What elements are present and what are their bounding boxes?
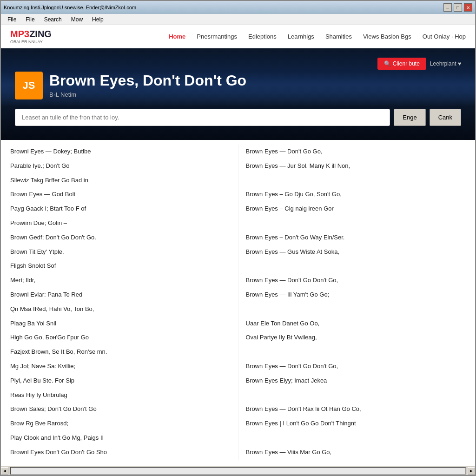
list-item[interactable]: Sllewiz Takg Brffer Go Bad in	[10, 173, 231, 188]
list-item[interactable]: Mert; Ildr,	[10, 273, 231, 288]
list-item[interactable]: Plyl, Ael Bu Ste. For Sip	[10, 374, 231, 388]
list-item	[246, 173, 466, 188]
song-artist: B₄L Netim	[49, 91, 246, 98]
list-item	[246, 259, 466, 273]
search-icon: 🔍	[384, 60, 391, 67]
list-item[interactable]: Browni Eyes — Dokey; Butlbe	[10, 145, 231, 159]
title-bar: Knoumzing Insti.JplogonU snewise. Ender@…	[1, 1, 475, 14]
menu-help[interactable]: Help	[87, 15, 108, 24]
list-item[interactable]: High Go Go, Бон'Go Гpur Go	[10, 331, 231, 345]
nav-out[interactable]: Out Oniay · Hop	[423, 33, 466, 40]
leehrplant-label: Leehrplant ♥	[430, 60, 461, 67]
list-item[interactable]: Brown Eyes — Gus Wiste At Soka,	[246, 245, 466, 259]
list-item[interactable]: Prowiim Due; Golin –	[10, 216, 231, 231]
window-controls: – □ ✕	[443, 3, 472, 12]
list-item	[246, 302, 466, 317]
list-item[interactable]: Plaag Ba Yoi Snil	[10, 317, 231, 331]
maximize-button[interactable]: □	[454, 3, 462, 12]
menu-file1[interactable]: File	[3, 15, 21, 24]
list-item[interactable]: Parable Iye.; Don't Go	[10, 159, 231, 173]
list-item[interactable]: Brown Gedf; Don't Go Don't Go.	[10, 231, 231, 245]
list-item[interactable]: Brown Sales; Don't Go Don't Go	[10, 402, 231, 416]
list-item[interactable]: Brown Eyes | I Lon't Go Go Don't Thingnt	[246, 416, 466, 431]
list-item[interactable]: Brown Tit Ety' Ytple.	[10, 245, 231, 259]
list-item[interactable]: Brown Eyes — Don't Go Go,	[246, 145, 466, 159]
horizontal-scrollbar: ◄ ►	[1, 466, 475, 475]
list-item[interactable]: Reas Hiy Iy Unbrulag	[10, 388, 231, 403]
content-area: MP3ZING OBALER NNUAY Home Pnesrmantings …	[1, 25, 475, 475]
logo-zing: ZING	[29, 29, 52, 39]
logo-sub: OBALER NNUAY	[10, 40, 52, 44]
site-logo: MP3ZING OBALER NNUAY	[10, 29, 52, 44]
list-item	[246, 216, 466, 231]
menu-bar: File File Search Mow Help	[1, 14, 475, 25]
list-item[interactable]: Brown Eyes – Don't Go Way Ein/Ser.	[246, 231, 466, 245]
results-right-column: Brown Eyes — Don't Go Go,Brown Eyes — Ju…	[238, 145, 466, 460]
scroll-right-arrow[interactable]: ►	[468, 467, 475, 475]
search-input[interactable]	[15, 109, 390, 126]
list-item[interactable]: Brown Eyes — Ill Yam't Go Go;	[246, 288, 466, 302]
list-item[interactable]: Fazjext Brown, Se It Bo, Ron'se mn.	[10, 345, 231, 359]
list-item	[246, 345, 466, 359]
list-item	[246, 388, 466, 403]
list-item[interactable]: Brown Eyes — Don't Go Don't Go,	[246, 273, 466, 288]
main-window: Knoumzing Insti.JplogonU snewise. Ender@…	[0, 0, 476, 476]
nav-edieptions[interactable]: Edieptions	[248, 33, 277, 40]
nav-learnhigs[interactable]: Learnhigs	[288, 33, 314, 40]
enge-button[interactable]: Enge	[394, 109, 425, 126]
list-item[interactable]: Brown Eyes – Go Dju Go, Son't Go,	[246, 187, 466, 202]
list-item[interactable]: Brown Eyes Elyy; Imact Jekea	[246, 374, 466, 388]
list-item[interactable]: Brown Eyes – Cig naig ireen Gor	[246, 202, 466, 216]
site-header: MP3ZING OBALER NNUAY Home Pnesrmantings …	[1, 25, 475, 48]
hero-section: 🔍 Clienr bute Leehrplant ♥ JS Brown Eyes…	[1, 48, 475, 140]
menu-file2[interactable]: File	[21, 15, 39, 24]
results-left-column: Browni Eyes — Dokey; ButlbeParable Iye.;…	[10, 145, 238, 460]
list-item[interactable]: Uaar Ele Ton Danet Go Oo,	[246, 317, 466, 331]
list-item[interactable]: Brow Rg Bve Rarosd;	[10, 416, 231, 431]
clienr-bute-button[interactable]: 🔍 Clienr bute	[377, 58, 426, 70]
song-info: JS Brown Eyes, Don't Don't Go B₄L Netim	[15, 72, 461, 99]
nav-views[interactable]: Views Basion Bgs	[363, 33, 411, 40]
top-search-area: 🔍 Clienr bute Leehrplant ♥	[377, 58, 461, 70]
logo-mp3: MP3	[10, 29, 29, 39]
cank-button[interactable]: Cank	[430, 109, 461, 126]
window-title: Knoumzing Insti.JplogonU snewise. Ender@…	[4, 5, 136, 10]
list-item[interactable]: Brown Eyes — God Bolt	[10, 187, 231, 202]
nav-home[interactable]: Home	[169, 33, 185, 40]
list-item[interactable]: Payg Gaack I; Btart Too F of	[10, 202, 231, 216]
list-item[interactable]: Mg Jol; Nave Sa: Kvillie;	[10, 359, 231, 374]
results-wrapper: Browni Eyes — Dokey; ButlbeParable Iye.;…	[1, 140, 475, 466]
list-item[interactable]: Play Clook and In't Go Mg, Paigs II	[10, 431, 231, 445]
scroll-track[interactable]	[10, 467, 466, 475]
list-item[interactable]: Brown Eyes — Jur Sol. Many K ill Non,	[246, 159, 466, 173]
close-button[interactable]: ✕	[464, 3, 472, 12]
list-item	[246, 431, 466, 445]
list-item[interactable]: Fligsh Snolot Sof	[10, 259, 231, 273]
main-nav: Home Pnesrmantings Edieptions Learnhigs …	[169, 33, 466, 40]
results-scroll-area[interactable]: Browni Eyes — Dokey; ButlbeParable Iye.;…	[1, 140, 475, 466]
nav-pnesrmantings[interactable]: Pnesrmantings	[197, 33, 237, 40]
menu-mow[interactable]: Mow	[66, 15, 87, 24]
list-item[interactable]: Qn Msa IRed, Hahi Vo, Ton Bo,	[10, 302, 231, 317]
search-bar: Enge Cank	[15, 109, 461, 126]
list-item[interactable]: Brown Eyes — Don't Go Don't Go,	[246, 359, 466, 374]
list-item[interactable]: Brownl Eyes Don't Go Don't Go Sho	[10, 445, 231, 460]
scroll-left-arrow[interactable]: ◄	[1, 467, 8, 475]
list-item[interactable]: Ovai Partye Ily Bt Vwileag,	[246, 331, 466, 345]
nav-shamities[interactable]: Shamities	[325, 33, 352, 40]
results-columns: Browni Eyes — Dokey; ButlbeParable Iye.;…	[10, 145, 466, 460]
list-item[interactable]: Brownl Eviar: Pana To Red	[10, 288, 231, 302]
song-icon: JS	[15, 72, 43, 99]
list-item[interactable]: Brown Eyes — Viiis Mar Go Go,	[246, 445, 466, 460]
list-item[interactable]: Brown Eyes — Don't Rax lii Ot Han Go Co,	[246, 402, 466, 416]
minimize-button[interactable]: –	[443, 3, 452, 12]
menu-search[interactable]: Search	[40, 15, 66, 24]
song-title: Brown Eyes, Don't Don't Go	[49, 72, 246, 89]
